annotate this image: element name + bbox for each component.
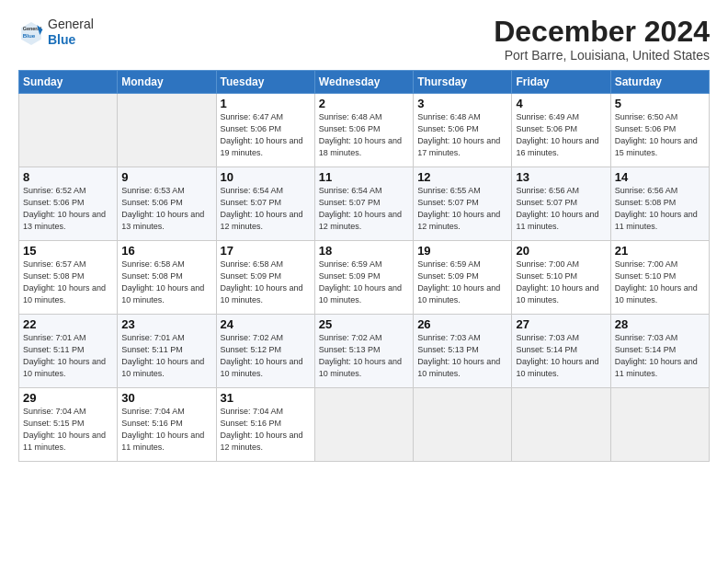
- calendar-body: 1Sunrise: 6:47 AMSunset: 5:06 PMDaylight…: [19, 94, 710, 462]
- day-number: 9: [121, 170, 211, 184]
- calendar-cell: 26Sunrise: 7:03 AMSunset: 5:13 PMDayligh…: [414, 315, 512, 388]
- day-info: Sunrise: 6:50 AMSunset: 5:06 PMDaylight:…: [615, 112, 698, 157]
- calendar-cell: 23Sunrise: 7:01 AMSunset: 5:11 PMDayligh…: [118, 315, 216, 388]
- calendar-page: General Blue General Blue December 2024 …: [0, 0, 728, 563]
- calendar-cell: 8Sunrise: 6:52 AMSunset: 5:06 PMDaylight…: [19, 167, 118, 241]
- day-number: 8: [23, 170, 113, 184]
- day-number: 30: [121, 391, 211, 405]
- day-info: Sunrise: 6:56 AMSunset: 5:08 PMDaylight:…: [615, 186, 698, 231]
- calendar-cell: 20Sunrise: 7:00 AMSunset: 5:10 PMDayligh…: [512, 241, 610, 315]
- calendar-cell: 28Sunrise: 7:03 AMSunset: 5:14 PMDayligh…: [610, 315, 709, 388]
- day-info: Sunrise: 7:03 AMSunset: 5:13 PMDaylight:…: [417, 333, 500, 378]
- day-info: Sunrise: 6:48 AMSunset: 5:06 PMDaylight:…: [319, 112, 402, 157]
- calendar-cell: [314, 388, 413, 462]
- calendar-table: Sunday Monday Tuesday Wednesday Thursday…: [18, 70, 710, 462]
- day-info: Sunrise: 7:04 AMSunset: 5:16 PMDaylight:…: [121, 407, 204, 452]
- day-number: 31: [221, 391, 311, 405]
- col-wednesday: Wednesday: [314, 71, 413, 94]
- calendar-cell: 13Sunrise: 6:56 AMSunset: 5:07 PMDayligh…: [512, 167, 610, 241]
- calendar-cell: 5Sunrise: 6:50 AMSunset: 5:06 PMDaylight…: [610, 94, 709, 167]
- logo-text: General Blue: [48, 17, 94, 48]
- month-title: December 2024: [494, 17, 710, 46]
- day-number: 24: [221, 317, 311, 331]
- calendar-cell: 17Sunrise: 6:58 AMSunset: 5:09 PMDayligh…: [216, 241, 314, 315]
- day-info: Sunrise: 6:56 AMSunset: 5:07 PMDaylight:…: [516, 186, 598, 231]
- day-number: 23: [121, 317, 211, 331]
- day-info: Sunrise: 6:58 AMSunset: 5:09 PMDaylight:…: [221, 259, 303, 304]
- header: General Blue General Blue December 2024 …: [18, 17, 710, 63]
- day-info: Sunrise: 6:57 AMSunset: 5:08 PMDaylight:…: [23, 259, 106, 304]
- calendar-week-1: 8Sunrise: 6:52 AMSunset: 5:06 PMDaylight…: [19, 167, 710, 241]
- calendar-cell: 24Sunrise: 7:02 AMSunset: 5:12 PMDayligh…: [216, 315, 314, 388]
- day-info: Sunrise: 6:49 AMSunset: 5:06 PMDaylight:…: [516, 112, 598, 157]
- day-number: 26: [417, 317, 507, 331]
- calendar-cell: 2Sunrise: 6:48 AMSunset: 5:06 PMDaylight…: [314, 94, 413, 167]
- day-info: Sunrise: 6:48 AMSunset: 5:06 PMDaylight:…: [417, 112, 500, 157]
- svg-text:Blue: Blue: [23, 32, 36, 39]
- calendar-cell: 12Sunrise: 6:55 AMSunset: 5:07 PMDayligh…: [414, 167, 512, 241]
- day-number: 2: [319, 97, 409, 110]
- calendar-cell: 18Sunrise: 6:59 AMSunset: 5:09 PMDayligh…: [314, 241, 413, 315]
- day-info: Sunrise: 7:03 AMSunset: 5:14 PMDaylight:…: [615, 333, 698, 378]
- day-number: 17: [221, 244, 311, 258]
- col-friday: Friday: [512, 71, 610, 94]
- day-info: Sunrise: 7:04 AMSunset: 5:15 PMDaylight:…: [23, 407, 106, 452]
- calendar-cell: 25Sunrise: 7:02 AMSunset: 5:13 PMDayligh…: [314, 315, 413, 388]
- day-info: Sunrise: 6:59 AMSunset: 5:09 PMDaylight:…: [417, 259, 500, 304]
- day-info: Sunrise: 6:54 AMSunset: 5:07 PMDaylight:…: [221, 186, 303, 231]
- day-number: 15: [23, 244, 113, 258]
- day-info: Sunrise: 7:02 AMSunset: 5:12 PMDaylight:…: [221, 333, 303, 378]
- calendar-cell: [512, 388, 610, 462]
- day-number: 11: [319, 170, 409, 184]
- day-info: Sunrise: 7:02 AMSunset: 5:13 PMDaylight:…: [319, 333, 402, 378]
- day-number: 25: [319, 317, 409, 331]
- calendar-week-2: 15Sunrise: 6:57 AMSunset: 5:08 PMDayligh…: [19, 241, 710, 315]
- col-thursday: Thursday: [414, 71, 512, 94]
- calendar-week-0: 1Sunrise: 6:47 AMSunset: 5:06 PMDaylight…: [19, 94, 710, 167]
- day-info: Sunrise: 6:54 AMSunset: 5:07 PMDaylight:…: [319, 186, 402, 231]
- header-row: Sunday Monday Tuesday Wednesday Thursday…: [19, 71, 710, 94]
- location: Port Barre, Louisiana, United States: [494, 48, 710, 63]
- calendar-cell: 14Sunrise: 6:56 AMSunset: 5:08 PMDayligh…: [610, 167, 709, 241]
- day-number: 28: [615, 317, 705, 331]
- day-number: 12: [417, 170, 507, 184]
- day-number: 1: [221, 97, 311, 110]
- calendar-cell: 10Sunrise: 6:54 AMSunset: 5:07 PMDayligh…: [216, 167, 314, 241]
- col-saturday: Saturday: [610, 71, 709, 94]
- calendar-cell: 22Sunrise: 7:01 AMSunset: 5:11 PMDayligh…: [19, 315, 118, 388]
- day-number: 18: [319, 244, 409, 258]
- day-info: Sunrise: 7:00 AMSunset: 5:10 PMDaylight:…: [516, 259, 598, 304]
- day-number: 16: [121, 244, 211, 258]
- day-number: 3: [417, 97, 507, 110]
- calendar-cell: 31Sunrise: 7:04 AMSunset: 5:16 PMDayligh…: [216, 388, 314, 462]
- day-info: Sunrise: 6:53 AMSunset: 5:06 PMDaylight:…: [121, 186, 204, 231]
- calendar-cell: 30Sunrise: 7:04 AMSunset: 5:16 PMDayligh…: [118, 388, 216, 462]
- calendar-cell: 27Sunrise: 7:03 AMSunset: 5:14 PMDayligh…: [512, 315, 610, 388]
- day-info: Sunrise: 6:55 AMSunset: 5:07 PMDaylight:…: [417, 186, 500, 231]
- calendar-cell: 21Sunrise: 7:00 AMSunset: 5:10 PMDayligh…: [610, 241, 709, 315]
- calendar-cell: 9Sunrise: 6:53 AMSunset: 5:06 PMDaylight…: [118, 167, 216, 241]
- day-info: Sunrise: 6:52 AMSunset: 5:06 PMDaylight:…: [23, 186, 106, 231]
- calendar-week-4: 29Sunrise: 7:04 AMSunset: 5:15 PMDayligh…: [19, 388, 710, 462]
- logo-icon: General Blue: [18, 19, 44, 45]
- calendar-cell: 19Sunrise: 6:59 AMSunset: 5:09 PMDayligh…: [414, 241, 512, 315]
- logo-general: General: [48, 17, 94, 32]
- calendar-cell: 3Sunrise: 6:48 AMSunset: 5:06 PMDaylight…: [414, 94, 512, 167]
- day-number: 14: [615, 170, 705, 184]
- day-number: 13: [516, 170, 606, 184]
- day-number: 29: [23, 391, 113, 405]
- day-number: 21: [615, 244, 705, 258]
- calendar-cell: 16Sunrise: 6:58 AMSunset: 5:08 PMDayligh…: [118, 241, 216, 315]
- logo-blue: Blue: [48, 32, 94, 48]
- day-info: Sunrise: 6:59 AMSunset: 5:09 PMDaylight:…: [319, 259, 402, 304]
- col-tuesday: Tuesday: [216, 71, 314, 94]
- day-number: 19: [417, 244, 507, 258]
- calendar-cell: [118, 94, 216, 167]
- calendar-week-3: 22Sunrise: 7:01 AMSunset: 5:11 PMDayligh…: [19, 315, 710, 388]
- logo: General Blue General Blue: [18, 17, 94, 48]
- title-block: December 2024 Port Barre, Louisiana, Uni…: [494, 17, 710, 63]
- day-info: Sunrise: 7:03 AMSunset: 5:14 PMDaylight:…: [516, 333, 598, 378]
- calendar-cell: 29Sunrise: 7:04 AMSunset: 5:15 PMDayligh…: [19, 388, 118, 462]
- day-info: Sunrise: 6:47 AMSunset: 5:06 PMDaylight:…: [221, 112, 303, 157]
- day-info: Sunrise: 7:01 AMSunset: 5:11 PMDaylight:…: [23, 333, 106, 378]
